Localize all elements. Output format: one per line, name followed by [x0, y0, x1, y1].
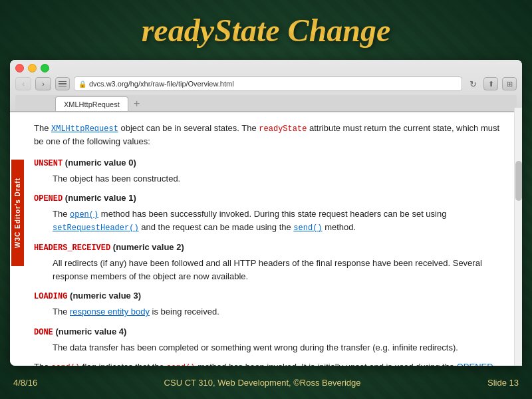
done-heading: DONE (numeric value 4) [34, 325, 509, 338]
active-tab[interactable]: XMLHttpRequest [55, 96, 128, 111]
browser-chrome: ‹ › 🔒 dvcs.w3.org/hg/xhr/raw-file/tip/Ov… [10, 60, 522, 112]
loading-text1: The [53, 307, 70, 317]
open-method-link[interactable]: open() [70, 210, 98, 219]
url-text: dvcs.w3.org/hg/xhr/raw-file/tip/Overview… [89, 80, 234, 88]
unsent-content: The object has been constructed. [53, 172, 509, 186]
done-label: (numeric value 4) [55, 327, 126, 336]
done-content: The data transfer has been completed or … [53, 341, 509, 354]
active-tab-label: XMLHttpRequest [64, 100, 120, 108]
footer: 4/8/16 CSU CT 310, Web Development, ©Ros… [0, 366, 532, 399]
opened-text3: and the request can be made using the [141, 222, 293, 232]
back-button[interactable]: ‹ [15, 77, 31, 90]
opened-label: (numeric value 1) [65, 193, 136, 203]
forward-button[interactable]: › [35, 77, 51, 90]
hamburger-icon [59, 81, 66, 87]
traffic-lights [15, 64, 517, 72]
intro-text-part1: The [34, 123, 51, 133]
unsent-heading: UNSENT (numeric value 0) [34, 156, 509, 170]
new-tab-button[interactable]: ⊞ [502, 77, 517, 90]
loading-heading: LOADING (numeric value 3) [34, 289, 509, 303]
loading-keyword: LOADING [34, 292, 67, 301]
unsent-label: (numeric value 0) [65, 158, 136, 168]
close-button[interactable] [15, 64, 24, 72]
section-opened: OPENED (numeric value 1) The open() meth… [34, 192, 509, 234]
footer-slide: Slide 13 [487, 378, 519, 388]
intro-text-part2: object can be in several states. The [120, 123, 259, 133]
done-keyword: DONE [34, 328, 53, 337]
response-entity-body-link[interactable]: response entity body [70, 307, 150, 317]
opened-text4: method. [325, 222, 356, 232]
xhr-link[interactable]: XMLHttpRequest [51, 124, 118, 134]
section-headers-received: HEADERS_RECEIVED (numeric value 2) All r… [34, 241, 509, 283]
loading-label: (numeric value 3) [70, 291, 141, 301]
section-done: DONE (numeric value 4) The data transfer… [34, 325, 509, 354]
opened-text1: The [53, 209, 70, 219]
opened-keyword: OPENED [34, 194, 63, 203]
headers-received-content: All redirects (if any) have been followe… [53, 257, 509, 283]
footer-date: 4/8/16 [13, 378, 37, 388]
opened-content: The open() method has been successfully … [53, 207, 509, 234]
loading-content: The response entity body is being receiv… [53, 305, 509, 319]
opened-text2: method has been successfully invoked. Du… [101, 209, 447, 219]
new-tab-tab-button[interactable]: + [131, 98, 143, 110]
unsent-keyword: UNSENT [34, 159, 63, 168]
reload-button[interactable]: ↻ [466, 77, 479, 90]
send-method-link[interactable]: send() [293, 223, 322, 233]
share-button[interactable]: ⬆ [483, 77, 498, 90]
set-request-header-link[interactable]: setRequestHeader() [53, 223, 139, 233]
headers-received-heading: HEADERS_RECEIVED (numeric value 2) [34, 241, 509, 254]
minimize-button[interactable] [28, 64, 37, 72]
url-bar[interactable]: 🔒 dvcs.w3.org/hg/xhr/raw-file/tip/Overvi… [74, 76, 462, 91]
footer-course: CSU CT 310, Web Development, ©Ross Bever… [164, 378, 361, 388]
headers-received-label: (numeric value 2) [113, 242, 184, 252]
page-title: readyState Change [0, 0, 532, 55]
send-flag-paragraph: The send() flag indicates that the send(… [34, 360, 509, 366]
section-unsent: UNSENT (numeric value 0) The object has … [34, 156, 509, 186]
section-loading: LOADING (numeric value 3) The response e… [34, 289, 509, 319]
scrollbar[interactable] [514, 108, 522, 366]
done-body: The data transfer has been completed or … [53, 342, 458, 352]
content-area[interactable]: The XMLHttpRequest object can be in seve… [10, 112, 522, 366]
opened-heading: OPENED (numeric value 1) [34, 192, 509, 205]
headers-received-body: All redirects (if any) have been followe… [53, 258, 482, 281]
nav-bar: ‹ › 🔒 dvcs.w3.org/hg/xhr/raw-file/tip/Ov… [15, 76, 517, 91]
intro-paragraph: The XMLHttpRequest object can be in seve… [34, 122, 509, 148]
lock-icon: 🔒 [78, 80, 86, 88]
scrollbar-thumb[interactable] [515, 161, 522, 201]
unsent-body: The object has been constructed. [53, 174, 180, 184]
ready-state-code: readyState [259, 124, 307, 134]
hamburger-menu-button[interactable] [55, 77, 70, 90]
tab-bar: XMLHttpRequest + [15, 95, 517, 111]
maximize-button[interactable] [41, 64, 49, 72]
headers-received-keyword: HEADERS_RECEIVED [34, 243, 110, 253]
loading-text2: is being received. [152, 307, 219, 317]
browser-window: ‹ › 🔒 dvcs.w3.org/hg/xhr/raw-file/tip/Ov… [10, 60, 522, 366]
